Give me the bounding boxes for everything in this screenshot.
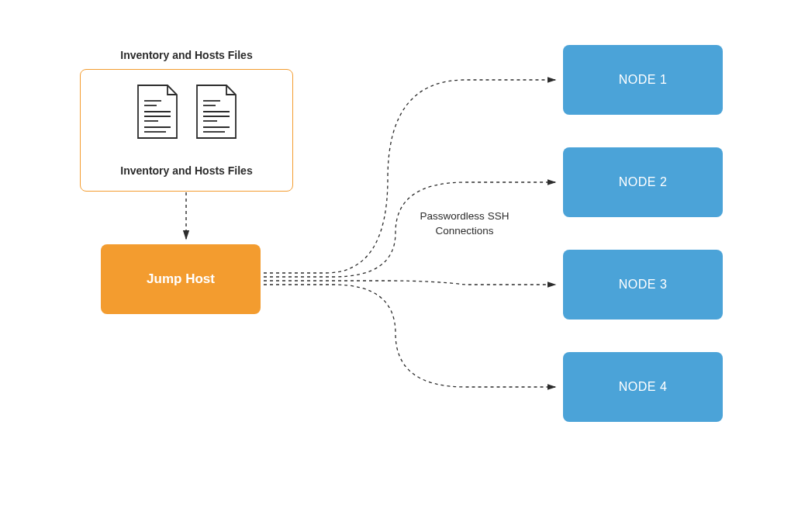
inventory-title-top: Inventory and Hosts Files [80, 49, 293, 61]
node-3-box: NODE 3 [563, 250, 723, 320]
node-1-label: NODE 1 [619, 73, 668, 87]
ssh-connection-label: Passwordless SSH Connections [399, 209, 530, 239]
node-4-box: NODE 4 [563, 352, 723, 422]
node-2-label: NODE 2 [619, 175, 668, 189]
inventory-box: Inventory and Hosts Files [80, 69, 293, 192]
ssh-label-line2: Connections [435, 225, 493, 237]
inventory-title-inside: Inventory and Hosts Files [81, 164, 292, 177]
node-2-box: NODE 2 [563, 147, 723, 217]
node-3-label: NODE 3 [619, 278, 668, 292]
file-icons-group [81, 84, 292, 140]
jump-host-box: Jump Host [101, 244, 261, 314]
arrow-jumphost-to-node4 [264, 285, 555, 387]
diagram-canvas: Inventory and Hosts Files [0, 0, 791, 532]
jump-host-label: Jump Host [147, 271, 215, 287]
arrow-jumphost-to-node1 [264, 80, 555, 273]
document-icon [135, 84, 180, 140]
node-4-label: NODE 4 [619, 380, 668, 394]
arrow-jumphost-to-node3 [264, 281, 555, 285]
ssh-label-line1: Passwordless SSH [420, 210, 509, 222]
document-icon [194, 84, 239, 140]
node-1-box: NODE 1 [563, 45, 723, 115]
